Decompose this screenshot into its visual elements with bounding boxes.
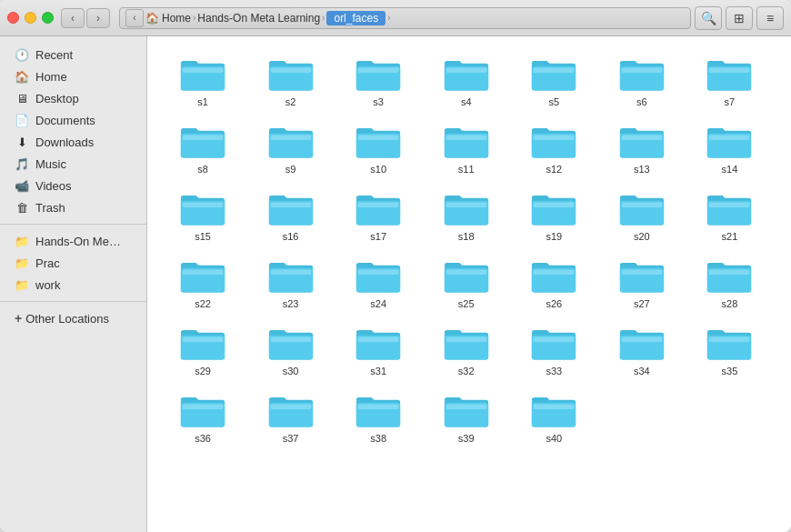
sidebar-item-work[interactable]: 📁 work: [4, 274, 143, 296]
folder-item-s3[interactable]: s3: [337, 47, 419, 115]
back-button[interactable]: ‹: [61, 8, 85, 28]
sidebar-item-other-locations[interactable]: + Other Locations: [4, 307, 143, 329]
folder-item-s9[interactable]: s9: [250, 115, 332, 182]
breadcrumb-parent[interactable]: Hands-On Meta Learning: [197, 12, 320, 25]
folder-item-s11[interactable]: s11: [426, 115, 507, 182]
sidebar-item-home[interactable]: 🏠 Home: [4, 65, 143, 87]
svg-rect-101: [622, 337, 663, 343]
file-grid: s1 s2 s3: [162, 47, 776, 451]
folder-item-s12[interactable]: s12: [513, 115, 595, 182]
folder-item-s21[interactable]: s21: [688, 182, 770, 249]
folder-item-s32[interactable]: s32: [426, 316, 507, 384]
folder-item-s18[interactable]: s18: [426, 182, 507, 249]
folder-work-icon: 📁: [15, 277, 29, 292]
folder-svg: [530, 391, 577, 429]
home-icon: 🏠: [145, 12, 159, 25]
minimize-button[interactable]: [25, 12, 36, 24]
folder-svg: [267, 55, 315, 93]
folder-svg: [530, 189, 577, 227]
folder-item-s5[interactable]: s5: [513, 47, 595, 115]
folder-item-s33[interactable]: s33: [513, 316, 595, 384]
grid-icon: ⊞: [734, 11, 745, 25]
folder-item-s27[interactable]: s27: [601, 249, 683, 316]
folder-item-s16[interactable]: s16: [250, 182, 332, 249]
search-button[interactable]: 🔍: [695, 6, 722, 30]
folder-item-s35[interactable]: s35: [688, 316, 770, 384]
folder-label: s36: [195, 433, 211, 444]
grid-view-button[interactable]: ⊞: [726, 6, 753, 30]
folder-item-s26[interactable]: s26: [513, 249, 595, 316]
breadcrumb-home[interactable]: 🏠 Home: [145, 12, 191, 25]
folder-label: s32: [458, 366, 475, 376]
folder-label: s7: [725, 96, 736, 107]
sidebar-item-desktop[interactable]: 🖥 Desktop: [4, 87, 143, 109]
svg-rect-83: [709, 270, 750, 276]
folder-item-s37[interactable]: s37: [250, 384, 332, 451]
nav-buttons: ‹ ›: [61, 8, 110, 28]
breadcrumb-parent-label: Hands-On Meta Learning: [197, 12, 320, 25]
folder-label: s9: [285, 164, 296, 175]
folder-item-s8[interactable]: s8: [162, 115, 244, 182]
svg-rect-71: [358, 270, 399, 276]
folder-svg: [706, 122, 753, 160]
folder-svg: [179, 189, 226, 227]
folder-item-s22[interactable]: s22: [162, 249, 244, 316]
folder-item-s23[interactable]: s23: [250, 249, 332, 316]
folder-label: s30: [283, 366, 299, 376]
folder-item-s15[interactable]: s15: [162, 182, 244, 249]
folder-item-s2[interactable]: s2: [250, 47, 332, 115]
folder-item-s25[interactable]: s25: [426, 249, 507, 316]
file-area: s1 s2 s3: [147, 36, 791, 532]
forward-button[interactable]: ›: [86, 8, 110, 28]
folder-svg: [267, 189, 315, 227]
folder-item-s6[interactable]: s6: [601, 47, 683, 115]
sidebar-item-recent[interactable]: 🕐 Recent: [4, 44, 143, 65]
folder-item-s13[interactable]: s13: [601, 115, 683, 182]
folder-item-s31[interactable]: s31: [337, 316, 419, 384]
titlebar: ‹ › ‹ 🏠 Home › Hands-On Meta Learning › …: [0, 0, 791, 36]
sidebar-item-videos[interactable]: 📹 Videos: [4, 175, 143, 196]
maximize-button[interactable]: [42, 12, 54, 24]
folder-svg: [355, 391, 402, 429]
sidebar-item-handson[interactable]: 📁 Hands-On Me…: [4, 230, 143, 252]
music-icon: 🎵: [15, 156, 29, 171]
breadcrumb: ‹ 🏠 Home › Hands-On Meta Learning › orl_…: [119, 7, 691, 29]
folder-label: s40: [546, 433, 562, 444]
sidebar-item-downloads[interactable]: ⬇ Downloads: [4, 131, 143, 153]
folder-item-s19[interactable]: s19: [513, 182, 595, 249]
folder-item-s36[interactable]: s36: [162, 384, 244, 451]
folder-item-s17[interactable]: s17: [337, 182, 419, 249]
folder-item-s29[interactable]: s29: [162, 316, 244, 384]
folder-item-s38[interactable]: s38: [337, 384, 419, 451]
sidebar-label-recent: Recent: [35, 48, 73, 62]
toolbar-right: 🔍 ⊞ ≡: [695, 6, 784, 30]
close-button[interactable]: [7, 12, 19, 24]
folder-item-s4[interactable]: s4: [426, 47, 507, 115]
breadcrumb-back-button[interactable]: ‹: [125, 9, 144, 27]
folder-label: s33: [546, 366, 562, 376]
folder-item-s7[interactable]: s7: [688, 47, 770, 115]
folder-item-s34[interactable]: s34: [601, 316, 683, 384]
sidebar-item-documents[interactable]: 📄 Documents: [4, 109, 143, 131]
svg-rect-107: [183, 405, 224, 410]
folder-item-s30[interactable]: s30: [250, 316, 332, 384]
folder-item-s28[interactable]: s28: [688, 249, 770, 316]
svg-rect-65: [183, 270, 224, 276]
folder-item-s10[interactable]: s10: [337, 115, 419, 182]
svg-rect-59: [622, 203, 663, 208]
svg-rect-29: [358, 136, 399, 141]
sidebar-item-prac[interactable]: 📁 Prac: [4, 252, 143, 274]
folder-item-s20[interactable]: s20: [601, 182, 683, 249]
folder-label: s16: [283, 231, 299, 242]
folder-item-s39[interactable]: s39: [426, 384, 507, 451]
folder-label: s39: [458, 433, 475, 444]
sidebar-item-music[interactable]: 🎵 Music: [4, 153, 143, 175]
folder-item-s1[interactable]: s1: [162, 47, 244, 115]
menu-button[interactable]: ≡: [756, 6, 784, 30]
folder-item-s14[interactable]: s14: [688, 115, 770, 182]
sidebar-item-trash[interactable]: 🗑 Trash: [4, 196, 143, 218]
folder-svg: [355, 324, 402, 362]
folder-item-s40[interactable]: s40: [513, 384, 595, 451]
folder-label: s29: [195, 366, 211, 376]
folder-item-s24[interactable]: s24: [337, 249, 419, 316]
